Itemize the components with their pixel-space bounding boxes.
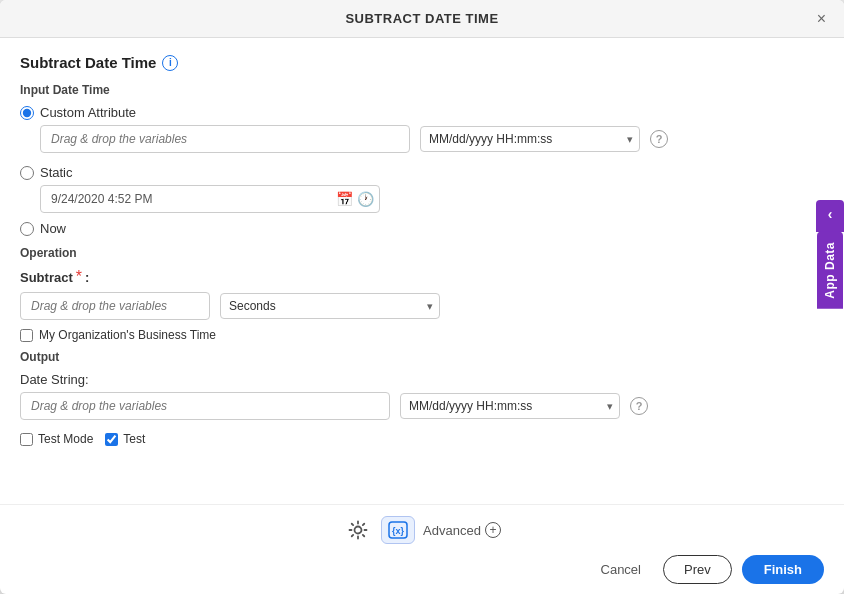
test-mode-group: Test Mode [20,432,93,446]
subtract-label-row: Subtract * : [20,268,824,286]
test-mode-checkbox[interactable] [20,433,33,446]
radio-option-now: Now [20,221,824,236]
unit-select-wrapper: Seconds Minutes Hours Days Weeks Months … [220,293,440,319]
radio-now-label: Now [40,221,66,236]
radio-custom-label: Custom Attribute [40,105,136,120]
advanced-label: Advanced [423,523,481,538]
subtract-label: Subtract [20,270,73,285]
test-mode-label: Test Mode [38,432,93,446]
footer-icons: {x} Advanced + [20,515,824,545]
help-icon[interactable]: ? [650,130,668,148]
test-group: Test [105,432,145,446]
business-time-row: My Organization's Business Time [20,328,824,342]
output-format-select[interactable]: MM/dd/yyyy HH:mm:ss MM/dd/yyyy HH:mm:ss [400,393,620,419]
static-date-wrapper: 📅 🕐 [40,185,380,213]
test-mode-row: Test Mode Test [20,432,824,446]
custom-attribute-row: MM/dd/yyyy HH:mm:ss MM/dd/yyyy HH:mm:ss … [40,125,668,153]
output-help-icon[interactable]: ? [630,397,648,415]
output-drag-input[interactable] [20,392,390,420]
variables-icon-button[interactable]: {x} [381,516,415,544]
finish-button[interactable]: Finish [742,555,824,584]
app-data-tab-wrapper: ‹ App Data [816,200,844,309]
date-string-row: MM/dd/yyyy HH:mm:ss MM/dd/yyyy HH:mm:ss … [20,392,824,420]
radio-option-static: Static 📅 🕐 [20,165,824,213]
footer-actions: Cancel Prev Finish [20,555,824,584]
output-format-select-wrapper: MM/dd/yyyy HH:mm:ss MM/dd/yyyy HH:mm:ss [400,393,620,419]
gear-icon [347,519,369,541]
subtract-drag-input[interactable] [20,292,210,320]
business-time-label: My Organization's Business Time [39,328,216,342]
format-select[interactable]: MM/dd/yyyy HH:mm:ss MM/dd/yyyy HH:mm:ss [420,126,640,152]
close-button[interactable]: × [811,9,832,29]
advanced-link[interactable]: Advanced + [423,522,501,538]
required-star: * [76,268,82,286]
operation-section: Operation Subtract * : Seconds Minutes H… [20,246,824,342]
date-string-label: Date String: [20,372,824,387]
modal-body: Subtract Date Time i Input Date Time Cus… [0,38,844,504]
radio-static-label: Static [40,165,73,180]
app-data-label: App Data [817,232,843,309]
static-date-input[interactable] [40,185,380,213]
custom-drag-input[interactable] [40,125,410,153]
radio-group: Custom Attribute MM/dd/yyyy HH:mm:ss MM/… [20,105,824,236]
variables-icon: {x} [388,521,408,539]
business-time-checkbox[interactable] [20,329,33,342]
output-label: Output [20,350,824,364]
gear-icon-button[interactable] [343,515,373,545]
operation-label: Operation [20,246,824,260]
modal-footer: {x} Advanced + Cancel Prev Finish [0,504,844,594]
section-heading: Subtract Date Time i [20,54,824,71]
radio-option-custom: Custom Attribute MM/dd/yyyy HH:mm:ss MM/… [20,105,824,157]
calendar-icon[interactable]: 📅 [336,191,353,207]
app-data-chevron: ‹ [828,206,833,222]
info-icon[interactable]: i [162,55,178,71]
test-checkbox[interactable] [105,433,118,446]
format-select-wrapper: MM/dd/yyyy HH:mm:ss MM/dd/yyyy HH:mm:ss [420,126,640,152]
section-heading-text: Subtract Date Time [20,54,156,71]
cancel-button[interactable]: Cancel [589,556,653,583]
modal-titlebar: SUBTRACT DATE TIME × [0,0,844,38]
svg-text:{x}: {x} [392,526,405,536]
output-section: Output Date String: MM/dd/yyyy HH:mm:ss … [20,350,824,420]
test-label: Test [123,432,145,446]
radio-static[interactable] [20,166,34,180]
subtract-date-time-modal: SUBTRACT DATE TIME × Subtract Date Time … [0,0,844,594]
input-date-time-label: Input Date Time [20,83,824,97]
radio-now[interactable] [20,222,34,236]
app-data-tab[interactable]: ‹ App Data [816,200,844,309]
svg-point-0 [355,527,362,534]
unit-select[interactable]: Seconds Minutes Hours Days Weeks Months … [220,293,440,319]
prev-button[interactable]: Prev [663,555,732,584]
advanced-plus-icon: + [485,522,501,538]
subtract-colon: : [85,270,89,285]
subtract-row: Seconds Minutes Hours Days Weeks Months … [20,292,824,320]
date-icons: 📅 🕐 [336,191,374,207]
modal-title: SUBTRACT DATE TIME [345,11,498,26]
clock-icon[interactable]: 🕐 [357,191,374,207]
radio-custom[interactable] [20,106,34,120]
